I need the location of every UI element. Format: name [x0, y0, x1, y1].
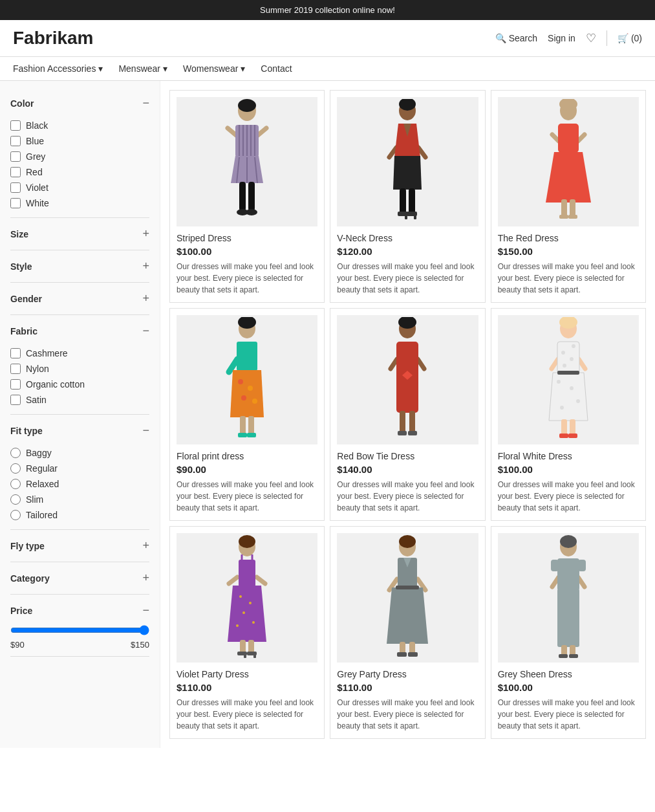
filter-option-relaxed[interactable]: Relaxed: [10, 476, 149, 492]
label-regular: Regular: [26, 463, 58, 474]
filter-fly-type-header[interactable]: Fly type +: [10, 536, 149, 555]
svg-rect-82: [568, 433, 577, 438]
filter-option-black[interactable]: Black: [10, 118, 149, 133]
checkbox-grey[interactable]: [10, 151, 21, 162]
filter-option-satin[interactable]: Satin: [10, 392, 149, 408]
filter-option-slim[interactable]: Slim: [10, 492, 149, 507]
product-card-red-dress[interactable]: The Red Dress $150.00 Our dresses will m…: [491, 90, 646, 303]
filter-size: Size +: [10, 218, 149, 250]
product-card-violet-party-dress[interactable]: Violet Party Dress $110.00 Our dresses w…: [169, 526, 325, 739]
product-card-grey-party-dress[interactable]: Grey Party Dress $110.00 Our dresses wil…: [330, 526, 485, 739]
wishlist-button[interactable]: ♡: [586, 31, 596, 45]
main-layout: Color − Black Blue Grey Red: [0, 81, 655, 748]
checkbox-nylon[interactable]: [10, 364, 21, 374]
filter-fit-type: Fit type − Baggy Regular Relaxed: [10, 415, 149, 530]
nav-fashion-accessories-label: Fashion Accessories: [13, 63, 96, 74]
filter-fit-type-toggle[interactable]: −: [142, 424, 149, 437]
product-card-floral-print-dress[interactable]: Floral print dress $90.00 Our dresses wi…: [169, 308, 325, 521]
filter-style-toggle[interactable]: +: [142, 259, 149, 273]
sign-in-button[interactable]: Sign in: [548, 33, 575, 43]
checkbox-white[interactable]: [10, 198, 21, 208]
svg-rect-124: [559, 654, 568, 658]
label-violet: Violet: [26, 182, 48, 193]
filter-option-grey[interactable]: Grey: [10, 149, 149, 164]
product-grid: Striped Dress $100.00 Our dresses will m…: [160, 81, 655, 748]
filter-price-header[interactable]: Price −: [10, 601, 149, 620]
radio-relaxed[interactable]: [10, 479, 21, 489]
svg-line-34: [578, 135, 585, 141]
price-range-slider[interactable]: [10, 625, 149, 635]
banner-text: Summer 2019 collection online now!: [260, 5, 395, 15]
product-price-striped-dress: $100.00: [177, 246, 317, 257]
product-card-floral-white-dress[interactable]: Floral White Dress $100.00 Our dresses w…: [491, 308, 646, 521]
filter-size-header[interactable]: Size +: [10, 225, 149, 243]
filter-color-header[interactable]: Color −: [10, 94, 149, 113]
svg-marker-45: [230, 370, 264, 417]
filter-fly-type-toggle[interactable]: +: [142, 539, 149, 553]
nav-menswear[interactable]: Menswear ▾: [118, 63, 167, 74]
svg-rect-100: [244, 653, 246, 658]
top-banner: Summer 2019 collection online now!: [0, 0, 655, 20]
product-card-red-bow-tie-dress[interactable]: Red Bow Tie Dress $140.00 Our dresses wi…: [330, 308, 485, 521]
filter-category-label: Category: [10, 573, 50, 584]
nav-womenswear[interactable]: Womenswear ▾: [183, 63, 245, 74]
product-image-svg-9: [536, 535, 601, 661]
svg-rect-29: [405, 214, 407, 219]
nav-contact[interactable]: Contact: [261, 63, 292, 74]
filter-category-header[interactable]: Category +: [10, 569, 149, 587]
filter-option-regular[interactable]: Regular: [10, 461, 149, 476]
filter-option-white[interactable]: White: [10, 195, 149, 211]
filter-option-blue[interactable]: Blue: [10, 133, 149, 149]
filter-style-header[interactable]: Style +: [10, 257, 149, 276]
filter-option-baggy[interactable]: Baggy: [10, 445, 149, 461]
radio-regular[interactable]: [10, 463, 21, 474]
nav-contact-label: Contact: [261, 63, 292, 74]
radio-tailored[interactable]: [10, 510, 21, 520]
filter-size-toggle[interactable]: +: [142, 227, 149, 241]
filter-option-violet[interactable]: Violet: [10, 180, 149, 195]
filter-gender-toggle[interactable]: +: [142, 292, 149, 305]
checkbox-violet[interactable]: [10, 182, 21, 193]
product-name-striped-dress: Striped Dress: [177, 233, 317, 243]
filter-option-cashmere[interactable]: Cashmere: [10, 346, 149, 361]
nav-fashion-accessories[interactable]: Fashion Accessories ▾: [13, 63, 103, 74]
filter-color-toggle[interactable]: −: [142, 96, 149, 110]
label-satin: Satin: [26, 395, 47, 405]
filter-option-tailored[interactable]: Tailored: [10, 507, 149, 523]
checkbox-red[interactable]: [10, 167, 21, 177]
svg-point-76: [576, 399, 580, 403]
svg-point-92: [249, 602, 252, 604]
product-name-grey-sheen-dress: Grey Sheen Dress: [498, 669, 639, 679]
product-name-floral-print-dress: Floral print dress: [177, 451, 317, 461]
filter-fabric-toggle[interactable]: −: [142, 324, 149, 338]
price-min-label: $90: [10, 640, 25, 650]
product-card-striped-dress[interactable]: Striped Dress $100.00 Our dresses will m…: [169, 90, 325, 303]
price-labels: $90 $150: [10, 640, 149, 650]
search-button[interactable]: 🔍 Search: [495, 33, 537, 43]
checkbox-cashmere[interactable]: [10, 348, 21, 358]
checkbox-organic-cotton[interactable]: [10, 379, 21, 390]
svg-point-75: [570, 386, 574, 390]
product-card-v-neck-dress[interactable]: V-Neck Dress $120.00 Our dresses will ma…: [330, 90, 485, 303]
svg-rect-125: [569, 654, 578, 658]
radio-slim[interactable]: [10, 494, 21, 505]
product-card-grey-sheen-dress[interactable]: Grey Sheen Dress $100.00 Our dresses wil…: [491, 526, 646, 739]
filter-gender-header[interactable]: Gender +: [10, 289, 149, 308]
filter-fit-type-header[interactable]: Fit type −: [10, 421, 149, 440]
filter-option-organic-cotton[interactable]: Organic cotton: [10, 377, 149, 392]
checkbox-satin[interactable]: [10, 395, 21, 405]
filter-category-toggle[interactable]: +: [142, 571, 149, 585]
checkbox-black[interactable]: [10, 120, 21, 131]
cart-button[interactable]: 🛒 (0): [617, 33, 642, 43]
checkbox-blue[interactable]: [10, 136, 21, 146]
radio-baggy[interactable]: [10, 448, 21, 458]
svg-point-73: [572, 344, 575, 348]
filter-option-red[interactable]: Red: [10, 164, 149, 180]
filter-option-nylon[interactable]: Nylon: [10, 361, 149, 377]
svg-rect-37: [561, 199, 567, 217]
filter-price-toggle[interactable]: −: [142, 604, 149, 617]
filter-fabric-header[interactable]: Fabric −: [10, 322, 149, 340]
svg-point-84: [239, 535, 255, 548]
product-image-red-bow-tie-dress: [337, 315, 478, 444]
svg-rect-25: [400, 188, 406, 214]
